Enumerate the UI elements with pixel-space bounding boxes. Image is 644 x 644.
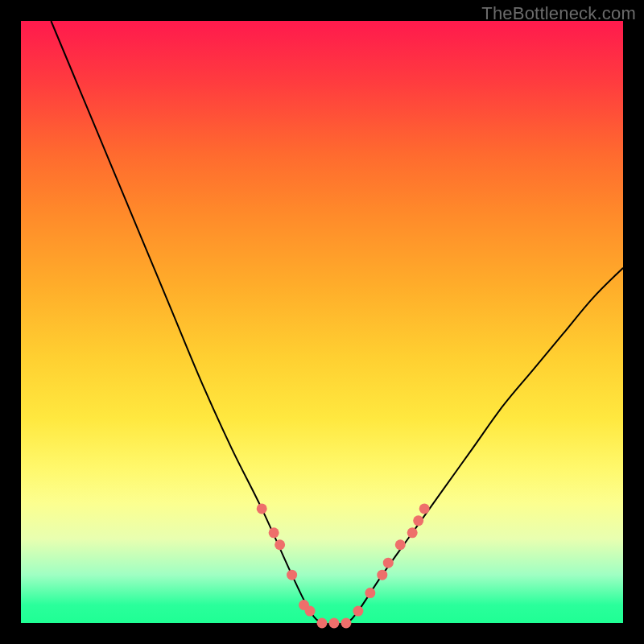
- highlight-dot: [395, 539, 406, 550]
- curve-layer: [51, 21, 623, 624]
- marker-layer: [257, 503, 430, 628]
- highlight-dot: [353, 606, 363, 617]
- highlight-dot: [383, 558, 394, 568]
- highlight-dot: [269, 527, 279, 538]
- highlight-dot: [328, 618, 339, 629]
- bottleneck-curve: [51, 21, 623, 624]
- watermark-text: TheBottleneck.com: [481, 3, 636, 24]
- highlight-dot: [365, 588, 375, 598]
- highlight-dot: [413, 515, 423, 526]
- highlight-dot: [275, 539, 285, 550]
- plot-area: [21, 21, 623, 623]
- highlight-dot: [287, 570, 297, 580]
- chart-svg: [21, 21, 623, 623]
- highlight-dot: [407, 527, 418, 538]
- highlight-dot: [377, 570, 387, 580]
- highlight-dot: [317, 618, 328, 629]
- highlight-dot: [257, 503, 267, 514]
- highlight-dot: [341, 618, 351, 629]
- highlight-dot: [305, 606, 316, 617]
- highlight-dot: [419, 503, 430, 514]
